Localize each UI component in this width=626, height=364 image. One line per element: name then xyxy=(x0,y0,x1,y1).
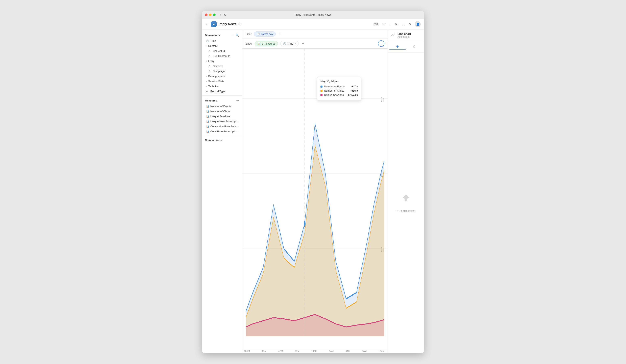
add-show-button[interactable]: + xyxy=(301,41,305,46)
x-label-7pm: 7PM xyxy=(295,350,300,352)
show-bar-right: ⌄ xyxy=(378,40,384,47)
sidebar-item-conv-rate-subscriptio[interactable]: 📊 Conv Rate Subscriptio... xyxy=(202,129,242,134)
download-button[interactable]: ↓ xyxy=(389,22,392,27)
dimensions-label: Dimensions xyxy=(205,34,220,37)
pin-dimension-label: + Pin dimension xyxy=(396,209,415,212)
sidebar-item-conv-rate-subscriptio-label: Conv Rate Subscriptio... xyxy=(210,130,238,133)
filter-bar: Filter 🕐 Latest day + xyxy=(242,30,388,39)
maximize-button[interactable] xyxy=(213,13,216,16)
sidebar-item-unique-sessions-label: Unique Sessions xyxy=(210,115,230,118)
sidebar-item-content-id-label: Content Id xyxy=(213,49,225,52)
pin-placeholder-icon xyxy=(400,193,412,207)
measures-header: Measures ⋯ xyxy=(202,97,242,104)
sidebar-item-num-clicks[interactable]: 📊 Number of Clicks xyxy=(202,109,242,114)
channel-icon: A xyxy=(208,65,211,68)
sessions-value: 172.74 k xyxy=(348,93,358,96)
version-badge: 2.0 xyxy=(373,22,379,26)
sidebar-item-channel-label: Channel xyxy=(213,65,222,68)
sidebar-item-time-label: Time xyxy=(210,39,216,42)
chart-type-info: Line chart Auto select xyxy=(397,32,411,38)
sidebar-item-conversion-rate[interactable]: 📊 Conversion Rate Subs... xyxy=(202,124,242,129)
svg-text:2 m: 2 m xyxy=(381,95,384,103)
app-back-button[interactable]: ← xyxy=(205,22,209,26)
sidebar-item-demographics[interactable]: › Demographics xyxy=(202,74,242,79)
pin-dimension-button[interactable]: + Pin dimension xyxy=(396,209,415,212)
clicks-value: 816 k xyxy=(351,89,358,92)
tooltip-row-events-left: Number of Events xyxy=(320,85,345,88)
dimensions-more-button[interactable]: ⋯ xyxy=(230,33,234,37)
content-collapse-icon: › xyxy=(206,45,207,47)
comparisons-label: Comparisons xyxy=(205,139,222,142)
more-options-button[interactable]: ⋯ xyxy=(401,21,406,27)
dimensions-actions: ⋯ 🔍 xyxy=(230,33,239,37)
info-icon[interactable]: ⓘ xyxy=(238,22,241,26)
header-left: ← ◈ Imply News ⓘ xyxy=(205,21,373,27)
chart-type-section: Line chart Auto select xyxy=(388,30,424,41)
sidebar-item-campaign[interactable]: A Campaign xyxy=(202,69,242,74)
conv-rate-subscriptio-icon: 📊 xyxy=(206,130,209,133)
time-chip[interactable]: 🕐 Time × xyxy=(280,41,299,46)
share-button[interactable]: ⊠ xyxy=(394,21,398,27)
tooltip-row-clicks-left: Number of Clicks xyxy=(320,89,344,92)
sidebar-item-record-type[interactable]: A Record Type xyxy=(202,89,242,94)
minimize-button[interactable] xyxy=(209,13,212,16)
sidebar-divider xyxy=(202,95,242,96)
campaign-icon: A xyxy=(208,70,211,73)
tooltip-title: May 30, 4-5pm xyxy=(320,80,358,83)
pin-tab-active[interactable] xyxy=(390,44,406,50)
pin-tab-style[interactable] xyxy=(406,44,423,50)
window-title: Imply Pivot Demo - Imply News xyxy=(295,13,331,16)
time-chip-remove-icon[interactable]: × xyxy=(294,42,296,45)
filter-chip-latest-day[interactable]: 🕐 Latest day xyxy=(254,32,276,37)
sidebar-item-unique-sessions[interactable]: 📊 Unique Sessions xyxy=(202,114,242,119)
refresh-nav-button[interactable]: ↻ xyxy=(223,12,227,17)
sidebar-item-sub-content-id[interactable]: A Sub Content Id xyxy=(202,53,242,59)
filter-chip-text: Latest day xyxy=(261,33,273,36)
tooltip-row-sessions-left: Unique Sessions xyxy=(320,93,344,96)
clicks-metric-label: Number of Clicks xyxy=(324,89,344,92)
add-filter-button[interactable]: + xyxy=(278,32,282,37)
sidebar-item-campaign-label: Campaign xyxy=(213,70,225,73)
x-label-10am-2: 10AM xyxy=(379,350,384,352)
back-nav-button[interactable]: ‹ xyxy=(219,12,221,17)
sidebar-item-unique-new-subscript[interactable]: 📊 Unique New Subscript... xyxy=(202,119,242,124)
events-metric-label: Number of Events xyxy=(324,85,345,88)
sidebar-item-record-type-label: Record Type xyxy=(210,90,225,93)
sidebar-item-content[interactable]: › Content xyxy=(202,43,242,48)
edit-button[interactable]: ✎ xyxy=(408,21,412,27)
sidebar-item-time[interactable]: 🕐 Time xyxy=(202,38,242,43)
measures-more-button[interactable]: ⋯ xyxy=(236,98,239,103)
pin-area: + Pin dimension xyxy=(388,52,424,353)
conversion-rate-icon: 📊 xyxy=(206,125,209,128)
grid-view-button[interactable]: ⊞ xyxy=(382,21,386,27)
chart-type-name: Line chart xyxy=(397,32,411,36)
main-content: Dimensions ⋯ 🔍 🕐 Time › Content A Conten… xyxy=(202,30,424,353)
sidebar-item-session-state[interactable]: › Session State xyxy=(202,79,242,84)
sidebar-item-content-label: Content xyxy=(208,44,217,47)
x-label-1pm: 1PM xyxy=(262,350,266,352)
sidebar-divider-2 xyxy=(202,136,242,136)
sidebar-item-content-id[interactable]: A Content Id xyxy=(202,48,242,53)
right-panel: Line chart Auto select xyxy=(388,30,424,353)
sidebar-item-channel[interactable]: A Channel xyxy=(202,64,242,69)
dimensions-search-button[interactable]: 🔍 xyxy=(235,33,239,37)
dimensions-header: Dimensions ⋯ 🔍 xyxy=(202,32,242,38)
close-button[interactable] xyxy=(205,13,207,16)
unique-new-subscript-icon: 📊 xyxy=(206,120,209,123)
entry-collapse-icon: › xyxy=(206,60,207,62)
sidebar-item-conversion-rate-label: Conversion Rate Subs... xyxy=(210,125,239,128)
unique-sessions-icon: 📊 xyxy=(206,115,209,118)
avatar[interactable]: 👤 xyxy=(415,21,421,27)
chart-type-sub: Auto select xyxy=(397,36,411,38)
sidebar-item-num-events[interactable]: 📊 Number of Events xyxy=(202,104,242,109)
content-id-icon: A xyxy=(208,50,211,52)
sidebar: Dimensions ⋯ 🔍 🕐 Time › Content A Conten… xyxy=(202,30,242,353)
expand-button[interactable]: ⌄ xyxy=(378,40,384,47)
show-label: Show xyxy=(246,42,252,45)
sidebar-item-num-events-label: Number of Events xyxy=(210,105,231,108)
x-axis: 10AM 1PM 4PM 7PM 10PM 1AM 4AM 7AM 10AM xyxy=(242,349,388,353)
sidebar-item-technical[interactable]: › Technical xyxy=(202,84,242,89)
sidebar-item-entry[interactable]: › Entry xyxy=(202,59,242,64)
measures-chip[interactable]: 📊 3 measures xyxy=(255,41,278,46)
sessions-metric-label: Unique Sessions xyxy=(324,93,344,96)
